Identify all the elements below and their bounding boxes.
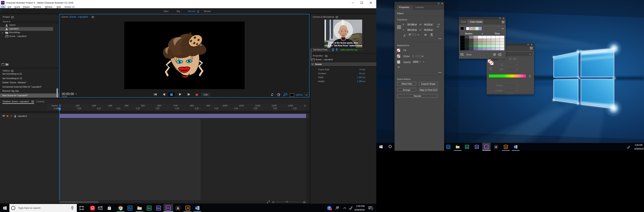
svg-text:click the "Set Rest Pose" butt: click the "Set Rest Pose" button below [324,44,362,47]
svg-text:CC: CC [92,209,94,210]
svg-text:w: w [196,207,197,209]
svg-text:a: a [177,206,179,209]
svg-text:w: w [514,146,516,148]
svg-text:Look at the Scene panel, then: Look at the Scene panel, then [329,42,358,44]
svg-text:a: a [496,145,497,148]
